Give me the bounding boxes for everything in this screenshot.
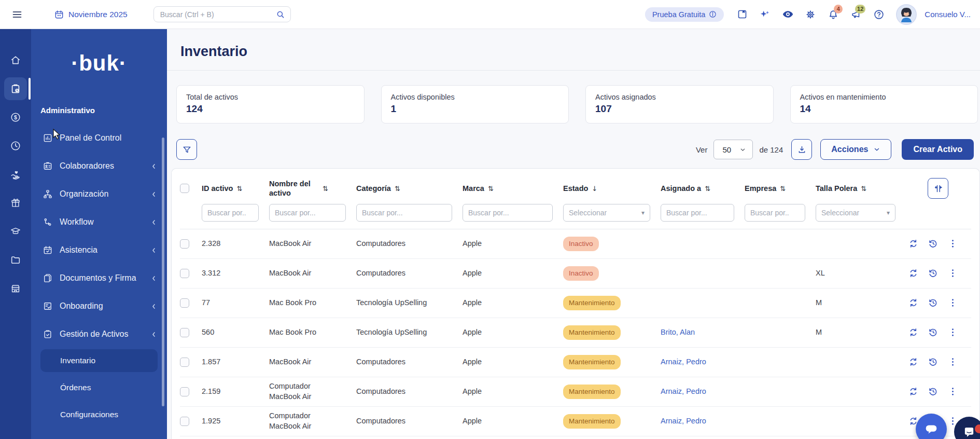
column-filter[interactable]: Seleccionar <box>563 204 650 222</box>
rail-documents-icon[interactable] <box>4 249 27 271</box>
history-row-button[interactable] <box>928 327 939 338</box>
rail-training-icon[interactable] <box>4 220 27 243</box>
sync-row-button[interactable] <box>908 238 919 250</box>
sort-icon[interactable]: ⇅ <box>861 185 866 193</box>
row-checkbox[interactable] <box>180 358 189 367</box>
column-filter[interactable]: Buscar por... <box>463 204 553 222</box>
trial-badge[interactable]: Prueba Gratuita <box>645 7 724 22</box>
sync-row-button[interactable] <box>908 386 919 397</box>
sidebar: ·buk· Administrativo Panel de Control Co… <box>31 29 167 439</box>
column-header[interactable]: Empresa ⇅ <box>745 179 816 198</box>
rail-rewards-icon[interactable] <box>4 191 27 214</box>
ai-assistant-button[interactable] <box>755 5 775 24</box>
sidebar-item-gestion-de-activos[interactable]: Gestión de Activos <box>31 320 167 348</box>
help-button[interactable] <box>869 5 889 24</box>
row-menu-button[interactable] <box>947 268 959 279</box>
global-search[interactable] <box>153 6 291 22</box>
sidebar-item-panel-de-control[interactable]: Panel de Control <box>31 124 167 152</box>
sidebar-subitem-ordenes[interactable]: Órdenes <box>40 376 158 399</box>
sort-icon[interactable]: ⇅ <box>323 185 328 193</box>
avatar[interactable] <box>896 4 917 25</box>
search-input[interactable] <box>160 10 276 19</box>
assignee-link[interactable]: Arnaiz, Pedro <box>661 358 706 366</box>
history-row-button[interactable] <box>928 386 939 397</box>
rail-time-icon[interactable] <box>4 134 27 157</box>
sidebar-item-documentos-y-firma[interactable]: Documentos y Firma <box>31 264 167 292</box>
column-filter[interactable]: Buscar por... <box>356 204 452 222</box>
page-size-select[interactable]: 50 <box>713 140 753 159</box>
sidebar-subitem-inventario[interactable]: Inventario <box>40 349 158 372</box>
column-header[interactable]: Talla Polera ⇅ <box>816 179 906 198</box>
row-menu-button[interactable] <box>947 238 959 250</box>
row-checkbox[interactable] <box>180 298 189 308</box>
hamburger-menu-icon[interactable] <box>8 6 26 23</box>
column-filter[interactable]: Seleccionar <box>816 204 895 222</box>
assignee-link[interactable]: Brito, Alan <box>661 328 695 336</box>
visibility-button[interactable] <box>778 5 797 24</box>
stat-card: Activos disponibles 1 <box>381 85 569 124</box>
select-all-checkbox[interactable] <box>180 184 189 193</box>
create-asset-button[interactable]: Crear Activo <box>902 139 974 160</box>
actions-button[interactable]: Acciones <box>820 139 891 160</box>
history-row-button[interactable] <box>928 297 939 309</box>
column-header[interactable]: Marca ⇅ <box>463 179 563 198</box>
rail-home-icon[interactable] <box>4 49 27 72</box>
assignee-link[interactable]: Arnaiz, Pedro <box>661 387 706 395</box>
column-header[interactable]: Asignado a ⇅ <box>661 179 745 198</box>
bookmark-button[interactable] <box>732 5 752 24</box>
assignee-link[interactable]: Arnaiz, Pedro <box>661 417 706 425</box>
download-button[interactable] <box>791 139 812 160</box>
sort-icon[interactable]: ↓ <box>592 185 597 193</box>
row-checkbox[interactable] <box>180 387 189 396</box>
history-row-button[interactable] <box>928 268 939 279</box>
sort-icon[interactable]: ⇅ <box>780 185 786 193</box>
sort-icon[interactable]: ⇅ <box>488 185 494 193</box>
history-row-button[interactable] <box>928 238 939 250</box>
row-menu-button[interactable] <box>947 297 959 309</box>
settings-button[interactable] <box>801 5 820 24</box>
column-header[interactable]: Categoría ⇅ <box>356 179 463 198</box>
filter-button[interactable] <box>176 139 197 160</box>
announcements-button[interactable]: 12 <box>846 5 866 24</box>
history-row-button[interactable] <box>928 356 939 368</box>
row-checkbox[interactable] <box>180 239 189 249</box>
rail-asset-management-icon[interactable] <box>4 77 27 100</box>
row-checkbox[interactable] <box>180 269 189 278</box>
period-selector[interactable]: Noviembre 2025 <box>54 9 128 20</box>
column-header[interactable]: ID activo ⇅ <box>202 179 269 198</box>
notifications-button[interactable]: 4 <box>823 5 843 24</box>
sidebar-scrollbar[interactable] <box>162 138 164 406</box>
sidebar-item-colaboradores[interactable]: Colaboradores <box>31 152 167 180</box>
sidebar-item-asistencia[interactable]: Asistencia <box>31 236 167 264</box>
column-header[interactable]: Nombre del activo ⇅ <box>269 179 356 198</box>
sync-row-button[interactable] <box>908 356 919 368</box>
row-checkbox[interactable] <box>180 328 189 337</box>
sidebar-item-organizacion[interactable]: Organización <box>31 180 167 208</box>
adjust-columns-button[interactable] <box>928 178 948 199</box>
row-menu-button[interactable] <box>947 386 959 397</box>
rail-payroll-icon[interactable]: $ <box>4 106 27 129</box>
sidebar-item-workflow[interactable]: Workflow <box>31 208 167 236</box>
row-menu-button[interactable] <box>947 327 959 338</box>
sort-icon[interactable]: ⇅ <box>705 185 710 193</box>
row-checkbox[interactable] <box>180 417 189 426</box>
rail-company-icon[interactable] <box>4 277 27 300</box>
column-filter[interactable]: Buscar por.. <box>745 204 805 222</box>
user-name[interactable]: Consuelo V... <box>925 10 971 19</box>
column-filter[interactable]: Buscar por... <box>269 204 346 222</box>
sort-icon[interactable]: ⇅ <box>395 185 400 193</box>
sync-row-button[interactable] <box>908 327 919 338</box>
search-icon[interactable] <box>276 10 285 19</box>
column-label: Marca <box>463 184 484 193</box>
column-filter[interactable]: Buscar por... <box>661 204 734 222</box>
column-filter[interactable]: Buscar por.. <box>202 204 259 222</box>
sync-row-button[interactable] <box>908 268 919 279</box>
row-menu-button[interactable] <box>947 356 959 368</box>
column-header[interactable]: Estado ↓ <box>563 179 661 198</box>
sidebar-subitem-configuraciones[interactable]: Configuraciones <box>40 403 158 426</box>
sidebar-item-onboarding[interactable]: Onboarding <box>31 292 167 320</box>
history-icon <box>928 268 939 279</box>
rail-benefits-icon[interactable] <box>4 163 27 186</box>
sort-icon[interactable]: ⇅ <box>236 185 242 193</box>
sync-row-button[interactable] <box>908 297 919 309</box>
